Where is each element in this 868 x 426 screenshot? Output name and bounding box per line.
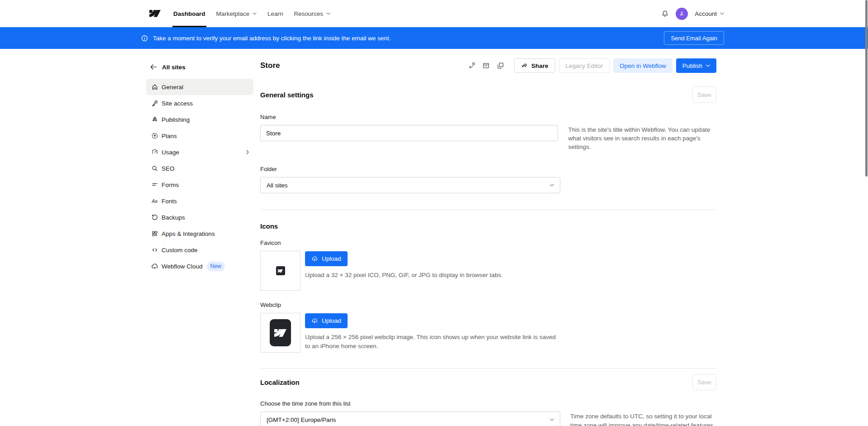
sidebar-item-label: Custom code: [162, 247, 198, 254]
account-label: Account: [695, 10, 717, 17]
nav-label: Resources: [294, 10, 324, 17]
nav-item-dashboard[interactable]: Dashboard: [168, 0, 211, 27]
email-verify-banner: Take a moment to verify your email addre…: [0, 27, 868, 49]
sidebar-item-label: Plans: [162, 133, 177, 139]
sidebar-item-label: SEO: [162, 165, 175, 172]
sidebar-item-label: Publishing: [162, 116, 190, 123]
archive-icon[interactable]: [480, 60, 492, 72]
sidebar-item-usage[interactable]: Usage: [146, 144, 253, 160]
transfer-site-icon[interactable]: [465, 60, 477, 72]
back-label: All sites: [162, 64, 186, 71]
sidebar-item-label: Webflow Cloud: [162, 263, 203, 270]
localization-save-button[interactable]: Save: [692, 374, 716, 390]
svg-text:Aa: Aa: [151, 199, 157, 204]
sidebar-item-plans[interactable]: Plans: [146, 128, 253, 144]
sidebar-item-label: Forms: [162, 182, 179, 188]
upload-icon: [311, 317, 318, 324]
top-navbar: Dashboard Marketplace Learn Resources J.…: [0, 0, 868, 27]
nav-item-learn[interactable]: Learn: [262, 0, 289, 27]
nav-label: Learn: [267, 10, 283, 17]
timezone-select[interactable]: [GMT+2:00] Europe/Paris: [260, 412, 560, 426]
sidebar-item-general[interactable]: General: [146, 79, 253, 95]
chevron-down-icon: [720, 12, 724, 15]
avatar[interactable]: J.: [676, 8, 688, 20]
share-button[interactable]: Share: [514, 58, 555, 73]
back-arrow-icon: [150, 64, 157, 70]
sidebar-item-publishing[interactable]: Publishing: [146, 111, 253, 128]
general-settings-heading: General settings: [260, 91, 314, 99]
general-save-button[interactable]: Save: [692, 86, 716, 103]
favicon-upload-button[interactable]: Upload: [305, 251, 348, 266]
open-in-webflow-button[interactable]: Open in Webflow: [613, 58, 672, 73]
section-divider: [260, 210, 716, 210]
sidebar-item-custom-code[interactable]: Custom code: [146, 242, 253, 258]
legacy-editor-button[interactable]: Legacy Editor: [559, 58, 610, 73]
settings-sidebar: All sites General Site access Publishing…: [146, 49, 253, 426]
history-icon: [151, 214, 158, 221]
nav-item-marketplace[interactable]: Marketplace: [211, 0, 262, 27]
section-divider: [260, 368, 716, 369]
chevron-right-icon: [246, 150, 249, 154]
sidebar-item-forms[interactable]: Forms: [146, 177, 253, 193]
apps-icon: [151, 230, 158, 238]
page-title: Store: [260, 61, 280, 70]
primary-nav: Dashboard Marketplace Learn Resources: [168, 0, 336, 27]
folder-select[interactable]: All sites: [260, 177, 560, 193]
chevron-down-icon: [550, 418, 554, 421]
upload-label: Upload: [322, 255, 341, 262]
favicon-preview: [260, 251, 300, 291]
publish-label: Publish: [682, 62, 702, 69]
banner-message: Take a moment to verify your email addre…: [153, 35, 391, 42]
fonts-icon: Aa: [151, 197, 158, 205]
webclip-upload-button[interactable]: Upload: [305, 313, 348, 328]
favicon-image: [276, 266, 285, 275]
publish-button[interactable]: Publish: [676, 58, 716, 73]
upload-label: Upload: [322, 317, 341, 324]
chevron-down-icon: [326, 12, 330, 15]
sidebar-item-apps-integrations[interactable]: Apps & Integrations: [146, 225, 253, 242]
sidebar-item-site-access[interactable]: Site access: [146, 95, 253, 111]
sidebar-item-fonts[interactable]: Aa Fonts: [146, 193, 253, 209]
upgrade-circle-icon: [151, 132, 158, 140]
timezone-selected-value: [GMT+2:00] Europe/Paris: [267, 416, 336, 423]
timezone-help-text: Time zone defaults to UTC, so setting it…: [570, 412, 716, 426]
sidebar-item-label: Apps & Integrations: [162, 230, 215, 237]
nav-label: Marketplace: [216, 10, 250, 17]
folder-label: Folder: [260, 166, 716, 172]
sidebar-item-backups[interactable]: Backups: [146, 209, 253, 225]
sidebar-item-label: Backups: [162, 214, 185, 221]
rocket-icon: [151, 116, 158, 124]
share-label: Share: [531, 62, 548, 69]
info-icon: [141, 34, 148, 42]
scrollbar[interactable]: [865, 0, 868, 177]
forms-icon: [151, 181, 158, 189]
search-icon: [151, 165, 158, 172]
upload-icon: [311, 255, 318, 262]
sidebar-item-seo[interactable]: SEO: [146, 160, 253, 177]
cloud-icon: [151, 263, 158, 270]
new-badge: New: [207, 262, 225, 271]
folder-selected-value: All sites: [267, 182, 288, 189]
send-email-again-button[interactable]: Send Email Again: [664, 31, 724, 45]
name-label: Name: [260, 114, 716, 120]
gauge-icon: [151, 148, 158, 156]
sidebar-item-label: Site access: [162, 100, 193, 107]
nav-item-resources[interactable]: Resources: [289, 0, 336, 27]
sidebar-item-label: Fonts: [162, 198, 177, 205]
notifications-bell-icon[interactable]: [661, 10, 669, 18]
back-to-all-sites[interactable]: All sites: [146, 62, 253, 72]
nav-label: Dashboard: [173, 10, 205, 17]
webflow-logo-icon[interactable]: [149, 10, 161, 17]
sidebar-item-label: Usage: [162, 149, 179, 156]
sidebar-item-label: General: [162, 84, 183, 91]
sidebar-item-webflow-cloud[interactable]: Webflow Cloud New: [146, 258, 253, 274]
key-icon: [151, 100, 158, 107]
timezone-label: Choose the time zone from this list: [260, 400, 716, 407]
account-menu[interactable]: Account: [695, 10, 724, 17]
webclip-image: [270, 319, 291, 346]
favicon-help-text: Upload a 32 × 32 pixel ICO, PNG, GIF, or…: [305, 271, 503, 280]
chevron-down-icon: [550, 184, 554, 187]
duplicate-icon[interactable]: [494, 60, 506, 72]
site-name-input[interactable]: [260, 125, 558, 141]
chevron-down-icon: [253, 12, 257, 15]
